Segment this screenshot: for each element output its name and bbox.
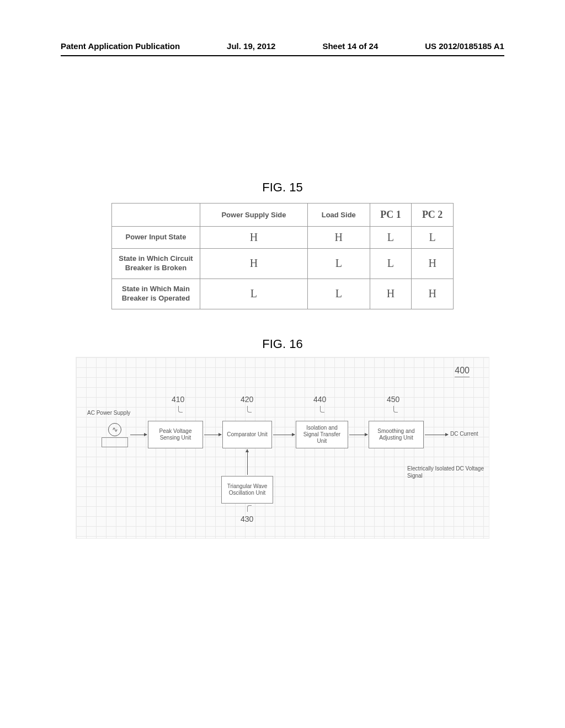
block-diagram: 400 410 420 440 450 430 AC Power Supply … xyxy=(76,357,489,539)
ref-number-420: 420 xyxy=(241,395,253,404)
isolated-signal-label: Electrically Isolated DC Voltage Signal xyxy=(407,465,489,479)
publication-type: Patent Application Publication xyxy=(61,41,180,51)
ref-hook xyxy=(178,406,183,413)
cell-value: L xyxy=(370,249,412,279)
row-label: State in Which Circuit Breaker is Broken xyxy=(112,249,200,279)
ref-number-410: 410 xyxy=(172,395,184,404)
triangular-wave-block: Triangular Wave Oscillation Unit xyxy=(221,476,273,504)
cell-value: H xyxy=(370,279,412,309)
state-table: Power Supply Side Load Side PC 1 PC 2 Po… xyxy=(111,203,454,309)
arrow-icon xyxy=(130,435,147,435)
row-label: Power Input State xyxy=(112,227,200,249)
cell-value: H xyxy=(307,227,370,249)
cell-value: H xyxy=(200,227,308,249)
sine-wave-icon: ∿ xyxy=(108,423,121,436)
publication-date: Jul. 19, 2012 xyxy=(227,41,275,51)
page-header: Patent Application Publication Jul. 19, … xyxy=(0,0,565,56)
ref-number-400: 400 xyxy=(455,366,470,377)
ref-hook xyxy=(247,406,252,413)
ref-hook xyxy=(320,406,324,413)
cell-value: L xyxy=(370,227,412,249)
table-row: State in Which Circuit Breaker is Broken… xyxy=(112,249,454,279)
arrow-up-icon xyxy=(247,449,248,475)
dc-current-label: DC Current xyxy=(450,431,478,437)
row-label: State in Which Main Breaker is Operated xyxy=(112,279,200,309)
header-power-supply: Power Supply Side xyxy=(200,204,308,227)
cell-value: L xyxy=(200,279,308,309)
table-row: Power Input State H H L L xyxy=(112,227,454,249)
cell-value: H xyxy=(200,249,308,279)
publication-number: US 2012/0185185 A1 xyxy=(425,41,504,51)
header-empty xyxy=(112,204,200,227)
sheet-number: Sheet 14 of 24 xyxy=(322,41,378,51)
cell-value: H xyxy=(412,279,454,309)
ac-block xyxy=(102,437,128,447)
ref-number-430: 430 xyxy=(241,515,253,523)
cell-value: H xyxy=(412,249,454,279)
cell-value: L xyxy=(412,227,454,249)
smoothing-block: Smoothing and Adjusting Unit xyxy=(369,421,424,448)
isolation-block: Isolation and Signal Transfer Unit xyxy=(296,421,348,448)
ref-number-440: 440 xyxy=(313,395,326,404)
ref-hook xyxy=(247,505,252,512)
header-pc2: PC 2 xyxy=(412,204,454,227)
ref-hook xyxy=(393,406,398,413)
arrow-icon xyxy=(425,435,448,435)
arrow-icon xyxy=(273,435,295,435)
header-load-side: Load Side xyxy=(307,204,370,227)
ref-number-450: 450 xyxy=(387,395,399,404)
figure-15-label: FIG. 15 xyxy=(0,180,565,195)
cell-value: L xyxy=(307,279,370,309)
peak-voltage-block: Peak Voltage Sensing Unit xyxy=(148,421,203,448)
comparator-block: Comparator Unit xyxy=(222,421,272,448)
arrow-icon xyxy=(349,435,367,435)
cell-value: L xyxy=(307,249,370,279)
header-pc1: PC 1 xyxy=(370,204,412,227)
table-row: State in Which Main Breaker is Operated … xyxy=(112,279,454,309)
figure-16-label: FIG. 16 xyxy=(0,337,565,351)
ac-source-symbol: ∿ xyxy=(98,415,131,448)
arrow-icon xyxy=(204,435,221,435)
table-header-row: Power Supply Side Load Side PC 1 PC 2 xyxy=(112,204,454,227)
